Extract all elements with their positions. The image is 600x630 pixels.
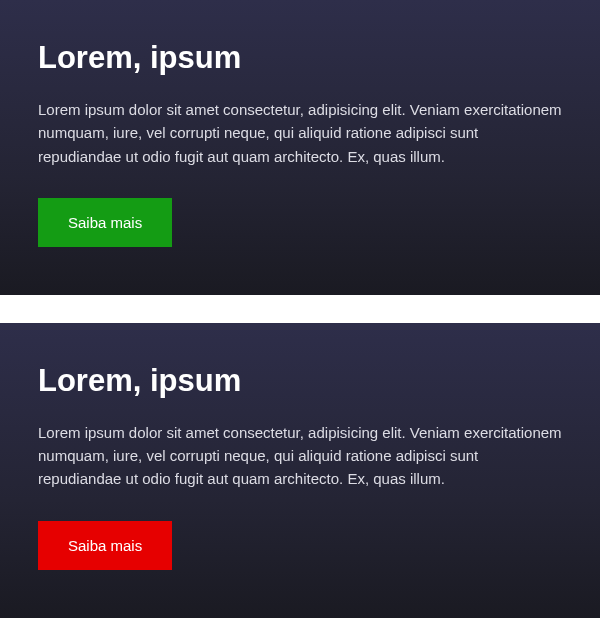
promo-card-2: Lorem, ipsum Lorem ipsum dolor sit amet … [0, 323, 600, 618]
promo-card-1: Lorem, ipsum Lorem ipsum dolor sit amet … [0, 0, 600, 295]
card-title: Lorem, ipsum [38, 363, 562, 399]
saiba-mais-button[interactable]: Saiba mais [38, 521, 172, 570]
saiba-mais-button[interactable]: Saiba mais [38, 198, 172, 247]
card-body: Lorem ipsum dolor sit amet consectetur, … [38, 421, 562, 491]
card-body: Lorem ipsum dolor sit amet consectetur, … [38, 98, 562, 168]
card-title: Lorem, ipsum [38, 40, 562, 76]
